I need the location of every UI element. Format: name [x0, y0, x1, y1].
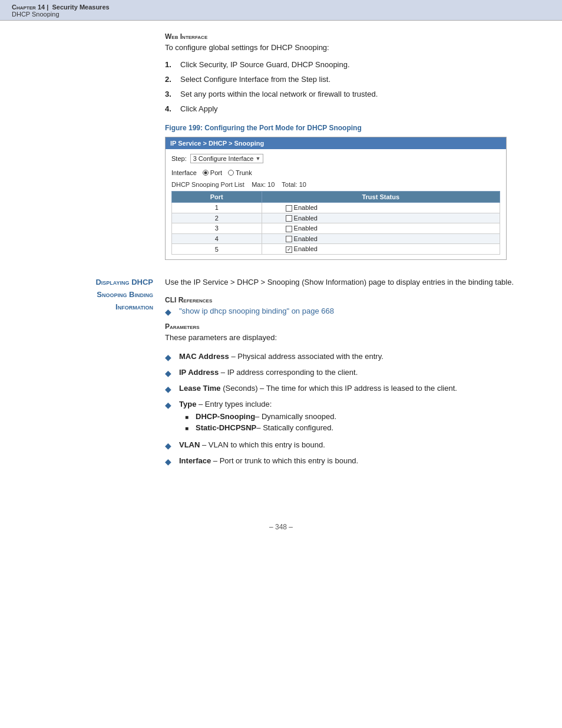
param-rest: – IP address corresponding to the client… — [219, 368, 358, 377]
param-text: MAC Address – Physical address associate… — [179, 352, 384, 361]
enabled-label: Enabled — [292, 225, 318, 232]
sub-bullet-list: ■DHCP-Snooping – Dynamically snooped.■St… — [185, 412, 336, 432]
param-rest: – Port or trunk to which this entry is b… — [211, 456, 358, 465]
enabled-checkbox[interactable] — [286, 236, 292, 242]
table-row: 4 Enabled — [172, 233, 500, 244]
port-radio-item[interactable]: Port — [203, 169, 222, 176]
chapter-separator: | — [47, 4, 48, 11]
displaying-left: Displaying DHCP Snooping Binding Informa… — [35, 276, 165, 472]
param-item: ◆Lease Time (Seconds) – The time for whi… — [165, 384, 527, 394]
table-row: 3 Enabled — [172, 223, 500, 234]
trust-status-cell: Enabled — [262, 203, 500, 213]
param-rest: – Entry types include: — [196, 400, 272, 409]
step-2: 2. Select Configure Interface from the S… — [165, 75, 527, 84]
trust-status-cell: Enabled — [262, 244, 500, 255]
figure-caption: Figure 199: Configuring the Port Mode fo… — [165, 124, 527, 132]
step-row: Step: 3 Configure Interface ▼ — [171, 154, 500, 163]
trust-status-cell: Enabled — [262, 213, 500, 223]
col-port-header: Port — [172, 192, 262, 203]
page-number: – 348 – — [0, 523, 562, 531]
param-item: ◆IP Address – IP address corresponding t… — [165, 368, 527, 378]
interface-row: Interface Port Trunk — [171, 169, 500, 176]
interface-inner: Step: 3 Configure Interface ▼ Interface … — [166, 149, 506, 259]
parameters-heading: Parameters — [165, 322, 527, 331]
displaying-intro: Use the IP Service > DHCP > Snooping (Sh… — [165, 276, 527, 288]
port-list-total: Total: 10 — [282, 181, 306, 188]
displaying-title-line2: Snooping Binding — [35, 289, 153, 301]
diamond-icon: ◆ — [165, 441, 173, 450]
header-subtitle: DHCP Snooping — [12, 11, 550, 18]
step-4-num: 4. — [165, 104, 180, 113]
param-rest: (Seconds) – The time for which this IP a… — [221, 384, 457, 393]
param-bold: Lease Time — [179, 384, 221, 393]
param-text: Type – Entry types include:■DHCP-Snoopin… — [179, 400, 336, 434]
displaying-title-line1: Displaying DHCP — [35, 276, 153, 289]
step-1-text: Click Security, IP Source Guard, DHCP Sn… — [180, 60, 350, 69]
enabled-checkbox[interactable] — [286, 226, 292, 232]
step-select[interactable]: 3 Configure Interface ▼ — [190, 154, 264, 163]
enabled-label: Enabled — [292, 204, 318, 211]
header-chapter: Chapter 14 | Security Measures — [12, 4, 550, 11]
parameters-list: ◆MAC Address – Physical address associat… — [165, 352, 527, 466]
port-cell: 1 — [172, 203, 262, 213]
table-row: 1 Enabled — [172, 203, 500, 213]
sub-param-bold: DHCP-Snooping — [196, 412, 255, 421]
col-trust-header: Trust Status — [262, 192, 500, 203]
diamond-icon: ◆ — [165, 400, 173, 410]
port-list-info: DHCP Snooping Port List Max: 10 Total: 1… — [171, 181, 500, 188]
step-1: 1. Click Security, IP Source Guard, DHCP… — [165, 60, 527, 69]
param-bold: MAC Address — [179, 352, 229, 361]
param-item: ◆Interface – Port or trunk to which this… — [165, 456, 527, 466]
param-bold: Type — [179, 400, 196, 409]
displaying-section: Displaying DHCP Snooping Binding Informa… — [35, 276, 527, 472]
param-text: Lease Time (Seconds) – The time for whic… — [179, 384, 457, 393]
port-radio-button[interactable] — [203, 170, 209, 176]
port-cell: 4 — [172, 233, 262, 244]
interface-screenshot-box: IP Service > DHCP > Snooping Step: 3 Con… — [165, 137, 507, 260]
sub-param-bold: Static-DHCPSNP — [196, 423, 256, 432]
chapter-label: Chapter — [12, 4, 36, 11]
displaying-right: Use the IP Service > DHCP > Snooping (Sh… — [165, 276, 527, 472]
param-item: ◆MAC Address – Physical address associat… — [165, 352, 527, 362]
port-radio-label: Port — [210, 169, 222, 176]
square-icon: ■ — [185, 414, 191, 420]
enabled-checkbox[interactable] — [286, 246, 292, 253]
port-cell: 2 — [172, 213, 262, 223]
port-cell: 3 — [172, 223, 262, 234]
steps-list: 1. Click Security, IP Source Guard, DHCP… — [165, 60, 527, 113]
param-bold: Interface — [179, 456, 211, 465]
trunk-radio-button[interactable] — [228, 170, 234, 176]
diamond-icon: ◆ — [165, 457, 173, 466]
port-list-max: Max: 10 — [252, 181, 275, 188]
trunk-radio-item[interactable]: Trunk — [228, 169, 252, 176]
enabled-checkbox[interactable] — [286, 215, 292, 222]
params-intro: These parameters are displayed: — [165, 332, 527, 344]
step-3-text: Set any ports within the local network o… — [180, 90, 378, 98]
diamond-icon: ◆ — [165, 307, 173, 317]
interface-label: Interface — [171, 169, 197, 176]
chapter-number: 14 — [38, 4, 45, 11]
cli-list: ◆ "show ip dhcp snooping binding" on pag… — [165, 307, 527, 317]
step-2-text: Select Configure Interface from the Step… — [180, 75, 330, 84]
param-text: IP Address – IP address corresponding to… — [179, 368, 358, 377]
param-bold: VLAN — [179, 440, 200, 449]
cli-list-item: ◆ "show ip dhcp snooping binding" on pag… — [165, 307, 527, 317]
step-4-text: Click Apply — [180, 104, 218, 113]
web-interface-heading: Web Interface — [165, 32, 527, 41]
param-item: ◆VLAN – VLAN to which this entry is boun… — [165, 440, 527, 450]
step-row-label: Step: — [171, 155, 187, 162]
header-bar: Chapter 14 | Security Measures DHCP Snoo… — [0, 0, 562, 21]
enabled-checkbox[interactable] — [286, 205, 292, 212]
cli-link[interactable]: "show ip dhcp snooping binding" on page … — [179, 307, 334, 315]
param-text: VLAN – VLAN to which this entry is bound… — [179, 440, 325, 449]
step-3-num: 3. — [165, 90, 180, 98]
web-interface-intro: To configure global settings for DHCP Sn… — [165, 43, 527, 52]
trust-status-cell: Enabled — [262, 223, 500, 234]
sub-param-rest: – Statically configured. — [256, 423, 333, 432]
enabled-label: Enabled — [292, 235, 318, 242]
main-content: Web Interface To configure global settin… — [0, 21, 562, 505]
step-select-value: 3 Configure Interface — [193, 155, 254, 162]
param-rest: – Physical address associated with the e… — [229, 352, 384, 361]
step-2-num: 2. — [165, 75, 180, 84]
enabled-label: Enabled — [292, 245, 318, 252]
